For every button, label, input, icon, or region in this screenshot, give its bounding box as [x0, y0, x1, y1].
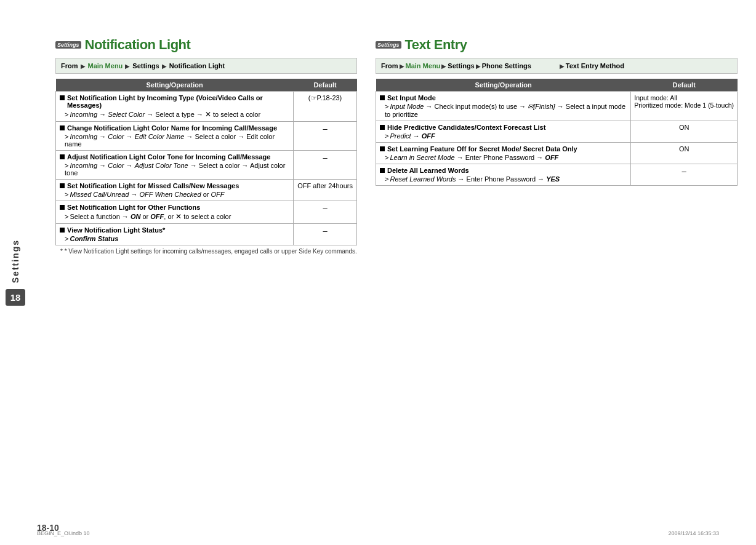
left-row6-default: –	[294, 224, 357, 245]
table-row: Set Notification Light for Missed Calls/…	[56, 180, 357, 201]
left-row2-sub: >Incoming → Color → Edit Color Name → Se…	[60, 133, 289, 148]
right-row1-sub: >Input Mode → Check input mode(s) to use…	[380, 103, 627, 118]
right-row3-sub: >Learn in Secret Mode → Enter Phone Pass…	[380, 154, 627, 161]
left-breadcrumb: From ▶ Main Menu ▶ Settings ▶ Notificati…	[55, 58, 357, 74]
right-row2-default: ON	[631, 121, 738, 143]
left-row5-header: Set Notification Light for Other Functio…	[67, 204, 200, 211]
left-row6-sub: >Confirm Status	[60, 235, 289, 242]
left-row4-default: OFF after 24hours	[294, 180, 357, 201]
left-settings-badge: Settings	[55, 41, 81, 49]
footer-date: 2009/12/14 16:35:33	[668, 530, 719, 536]
left-breadcrumb-arrow3: ▶	[162, 63, 167, 70]
left-row6-operation: View Notification Light Status* >Confirm…	[56, 224, 294, 245]
bullet-icon	[380, 146, 385, 151]
left-table-header-default: Default	[294, 79, 357, 92]
left-row4-header: Set Notification Light for Missed Calls/…	[67, 182, 239, 189]
left-breadcrumb-arrow1: ▶	[81, 63, 86, 70]
table-row: Set Input Mode >Input Mode → Check input…	[376, 92, 738, 121]
table-row: Delete All Learned Words >Reset Learned …	[376, 164, 738, 186]
right-row4-default: –	[631, 164, 738, 186]
left-row5-operation: Set Notification Light for Other Functio…	[56, 201, 294, 224]
left-row1-sub: >Incoming → Select Color → Select a type…	[60, 110, 289, 119]
left-row3-default: –	[294, 151, 357, 180]
right-breadcrumb-arrow3: ▶	[476, 63, 481, 70]
left-section-title: Settings Notification Light	[55, 37, 357, 53]
left-row4-sub: >Missed Call/Unread → OFF When Checked o…	[60, 191, 289, 198]
right-breadcrumb-phonesettings: Phone Settings	[482, 62, 531, 70]
right-section-heading: Text Entry	[405, 37, 467, 53]
right-row4-header: Delete All Learned Words	[387, 167, 469, 174]
table-row: Set Learning Feature Off for Secret Mode…	[376, 143, 738, 164]
left-breadcrumb-settings: Settings	[132, 62, 159, 70]
bullet-icon	[60, 154, 65, 159]
bullet-icon	[60, 95, 65, 100]
left-breadcrumb-mainmenu[interactable]: Main Menu	[88, 62, 123, 70]
left-breadcrumb-arrow2: ▶	[125, 63, 130, 70]
sidebar: Settings 18	[0, 0, 31, 545]
right-table: Setting/Operation Default Set Input Mode	[376, 79, 738, 186]
left-row3-operation: Adjust Notification Light Color Tone for…	[56, 151, 294, 180]
left-table: Setting/Operation Default Set Notificati…	[55, 79, 357, 245]
sidebar-label: Settings	[10, 239, 20, 283]
right-row1-default: Input mode: AllPrioritized mode: Mode 1 …	[631, 92, 738, 121]
right-row1-header: Set Input Mode	[387, 94, 436, 101]
right-row2-header: Hide Predictive Candidates/Context Forec…	[387, 124, 545, 131]
right-breadcrumb-arrow4: ▶	[560, 63, 565, 70]
left-section: Settings Notification Light From ▶ Main …	[55, 37, 357, 255]
bullet-icon	[60, 125, 65, 130]
right-breadcrumb-arrow1: ▶	[400, 63, 404, 70]
right-settings-badge: Settings	[376, 41, 401, 49]
right-breadcrumb: From ▶ Main Menu ▶ Settings ▶ Phone Sett…	[376, 58, 738, 74]
table-row: Set Notification Light for Other Functio…	[56, 201, 357, 224]
table-row: Set Notification Light by Incoming Type …	[56, 92, 357, 122]
page-container: Settings 18 Settings Notification Light …	[0, 0, 756, 545]
left-footnote: * * View Notification Light settings for…	[55, 248, 357, 255]
right-row4-sub: >Reset Learned Words → Enter Phone Passw…	[380, 175, 627, 183]
sidebar-number: 18	[6, 289, 26, 306]
left-row1-operation: Set Notification Light by Incoming Type …	[56, 92, 294, 122]
right-breadcrumb-arrow2: ▶	[441, 63, 446, 70]
left-row2-header: Change Notification Light Color Name for…	[67, 124, 277, 132]
table-row: Adjust Notification Light Color Tone for…	[56, 151, 357, 180]
left-row4-operation: Set Notification Light for Missed Calls/…	[56, 180, 294, 201]
left-row5-sub: >Select a function → ON or OFF, or ✕ to …	[60, 212, 289, 221]
left-row3-header: Adjust Notification Light Color Tone for…	[67, 153, 270, 161]
table-row: View Notification Light Status* >Confirm…	[56, 224, 357, 245]
bullet-icon	[380, 95, 385, 100]
bullet-icon	[60, 205, 65, 210]
right-row1-operation: Set Input Mode >Input Mode → Check input…	[376, 92, 631, 121]
bullet-icon	[60, 228, 65, 233]
bullet-icon	[380, 125, 385, 130]
left-breadcrumb-from: From	[61, 62, 78, 70]
right-breadcrumb-from: From	[381, 62, 398, 70]
right-breadcrumb-mainmenu[interactable]: Main Menu	[406, 62, 441, 70]
right-breadcrumb-textentry: Text Entry Method	[566, 62, 624, 70]
footer-file: BEGIN_E_OI.indb 10	[37, 530, 90, 536]
right-row3-header: Set Learning Feature Off for Secret Mode…	[387, 145, 577, 153]
right-table-header-operation: Setting/Operation	[376, 79, 631, 92]
left-row3-sub: >Incoming → Color → Adjust Color Tone → …	[60, 162, 289, 177]
right-row3-operation: Set Learning Feature Off for Secret Mode…	[376, 143, 631, 164]
left-section-heading: Notification Light	[85, 37, 191, 53]
left-row1-header: Set Notification Light by Incoming Type …	[67, 94, 289, 109]
left-row1-default: (☞P.18-23)	[294, 92, 357, 122]
left-row2-operation: Change Notification Light Color Name for…	[56, 122, 294, 151]
right-table-header-default: Default	[631, 79, 738, 92]
left-row5-default: –	[294, 201, 357, 224]
right-row4-operation: Delete All Learned Words >Reset Learned …	[376, 164, 631, 186]
bullet-icon	[380, 168, 385, 173]
left-row6-header: View Notification Light Status*	[67, 226, 165, 234]
right-section-title: Settings Text Entry	[376, 37, 738, 53]
bullet-icon	[60, 183, 65, 188]
left-row2-default: –	[294, 122, 357, 151]
right-row3-default: ON	[631, 143, 738, 164]
left-breadcrumb-notificationlight: Notification Light	[169, 62, 225, 70]
left-table-header-operation: Setting/Operation	[56, 79, 294, 92]
right-row2-sub: >Predict → OFF	[380, 132, 627, 140]
right-section: Settings Text Entry From ▶ Main Menu ▶ S…	[376, 37, 738, 255]
right-breadcrumb-settings: Settings	[448, 62, 474, 70]
right-row2-operation: Hide Predictive Candidates/Context Forec…	[376, 121, 631, 143]
table-row: Change Notification Light Color Name for…	[56, 122, 357, 151]
table-row: Hide Predictive Candidates/Context Forec…	[376, 121, 738, 143]
left-footnote-text: * View Notification Light settings for i…	[65, 248, 357, 255]
